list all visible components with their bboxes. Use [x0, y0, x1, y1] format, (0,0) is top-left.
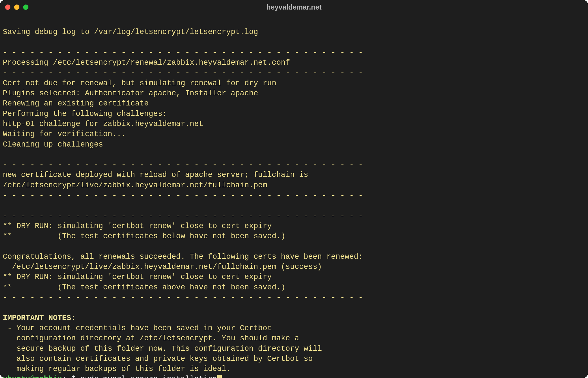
output-line: - - - - - - - - - - - - - - - - - - - - … [3, 48, 363, 57]
window-title: heyvaldemar.net [266, 3, 322, 11]
output-line: /etc/letsencrypt/live/zabbix.heyvaldemar… [3, 263, 322, 271]
terminal-window: heyvaldemar.net Saving debug log to /var… [0, 0, 588, 378]
output-line: Renewing an existing certificate [3, 99, 149, 108]
output-line: Plugins selected: Authenticator apache, … [3, 89, 258, 98]
cursor-icon [217, 375, 222, 378]
output-line: ** DRY RUN: simulating 'certbot renew' c… [3, 273, 272, 281]
output-line: http-01 challenge for zabbix.heyvaldemar… [3, 120, 203, 128]
output-line: Waiting for verification... [3, 130, 126, 138]
output-line: - - - - - - - - - - - - - - - - - - - - … [3, 212, 363, 220]
prompt-dollar: $ [71, 375, 80, 378]
output-line: Performing the following challenges: [3, 110, 167, 118]
output-line: Saving debug log to /var/log/letsencrypt… [3, 28, 258, 36]
terminal-content[interactable]: Saving debug log to /var/log/letsencrypt… [0, 14, 588, 378]
output-line: ** (The test certificates below have not… [3, 232, 286, 240]
command-input[interactable]: sudo mysql_secure_installation [80, 375, 217, 378]
prompt-user-host: ubuntu@zabbix [3, 375, 62, 378]
output-line: ** (The test certificates above have not… [3, 283, 286, 292]
output-line: - - - - - - - - - - - - - - - - - - - - … [3, 191, 363, 200]
maximize-button[interactable] [23, 4, 28, 10]
output-line: also contain certificates and private ke… [3, 355, 313, 363]
close-button[interactable] [5, 4, 10, 10]
output-line-heading: IMPORTANT NOTES: [3, 314, 76, 322]
output-line: Cert not due for renewal, but simulating… [3, 79, 276, 87]
minimize-button[interactable] [14, 4, 19, 10]
prompt-path: ~ [67, 375, 71, 378]
output-line: new certificate deployed with reload of … [3, 171, 308, 179]
output-line: secure backup of this folder now. This c… [3, 345, 322, 353]
output-line: - - - - - - - - - - - - - - - - - - - - … [3, 293, 363, 302]
output-line: Processing /etc/letsencrypt/renewal/zabb… [3, 58, 290, 67]
output-line: /etc/letsencrypt/live/zabbix.heyvaldemar… [3, 181, 267, 190]
traffic-lights [5, 4, 28, 10]
output-line: ** DRY RUN: simulating 'certbot renew' c… [3, 222, 272, 230]
title-bar: heyvaldemar.net [0, 0, 588, 14]
prompt-colon: : [62, 375, 67, 378]
output-line: - Your account credentials have been sav… [3, 324, 272, 332]
output-line: Cleaning up challenges [3, 140, 103, 149]
output-line: - - - - - - - - - - - - - - - - - - - - … [3, 69, 363, 77]
output-line: Congratulations, all renewals succeeded.… [3, 253, 363, 261]
output-line: - - - - - - - - - - - - - - - - - - - - … [3, 161, 363, 169]
output-line: configuration directory at /etc/letsencr… [3, 334, 299, 343]
output-line: making regular backups of this folder is… [3, 365, 231, 373]
